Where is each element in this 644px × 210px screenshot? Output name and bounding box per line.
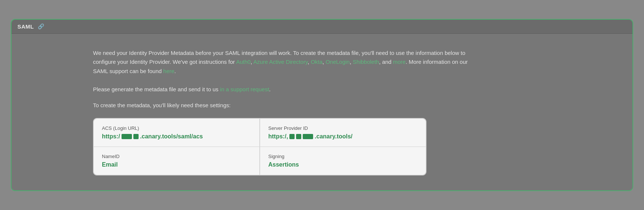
saml-window: SAML 🔗 We need your Identity Provider Me… xyxy=(11,19,633,191)
acs-url-label: ACS (Login URL) xyxy=(102,125,251,131)
onelogin-link[interactable]: OneLogin xyxy=(326,59,350,65)
signing-text: Assertions xyxy=(268,161,299,168)
server-provider-id-cell: Server Provider ID https:/, .canary.tool… xyxy=(260,118,426,147)
sp-redact-2 xyxy=(296,134,301,139)
acs-redact-1 xyxy=(122,134,132,139)
here-link[interactable]: here xyxy=(163,68,175,74)
acs-url-text: https:/ xyxy=(102,133,120,140)
acs-url-suffix: .canary.tools/saml/acs xyxy=(140,133,203,140)
server-provider-id-value: https:/, .canary.tools/ xyxy=(268,133,418,140)
sp-url-text: https:/, xyxy=(268,133,288,140)
shibboleth-link[interactable]: Shibboleth xyxy=(353,59,379,65)
acs-url-cell: ACS (Login URL) https:/ .canary.tools/sa… xyxy=(93,118,260,147)
server-provider-id-label: Server Provider ID xyxy=(268,125,418,131)
nameid-text: Email xyxy=(102,161,118,168)
auth0-link[interactable]: Auth0 xyxy=(236,59,250,65)
intro-paragraph: We need your Identity Provider Metadata … xyxy=(93,49,482,76)
nameid-label: NameID xyxy=(102,154,251,159)
support-request-link[interactable]: in a support request xyxy=(220,86,269,92)
support-paragraph: Please generate the metadata file and se… xyxy=(93,85,482,94)
sp-url-suffix: .canary.tools/ xyxy=(315,133,352,140)
settings-grid: ACS (Login URL) https:/ .canary.tools/sa… xyxy=(93,118,426,175)
signing-cell: Signing Assertions xyxy=(260,147,426,175)
content-area: We need your Identity Provider Metadata … xyxy=(11,34,633,191)
settings-intro: To create the metadata, you'll likely ne… xyxy=(93,101,482,110)
sp-redact-3 xyxy=(303,134,313,139)
signing-label: Signing xyxy=(268,154,418,159)
signing-value: Assertions xyxy=(268,161,418,168)
acs-url-value: https:/ .canary.tools/saml/acs xyxy=(102,133,251,140)
more-link[interactable]: more xyxy=(393,59,406,65)
nameid-value: Email xyxy=(102,161,251,168)
title-bar: SAML 🔗 xyxy=(11,20,633,34)
window-title: SAML xyxy=(17,23,34,30)
link-icon[interactable]: 🔗 xyxy=(38,23,44,29)
sp-redact-1 xyxy=(289,134,295,139)
nameid-cell: NameID Email xyxy=(93,147,260,175)
acs-redact-2 xyxy=(133,134,139,139)
azure-link[interactable]: Azure Active Directory xyxy=(253,59,308,65)
okta-link[interactable]: Okta xyxy=(311,59,323,65)
